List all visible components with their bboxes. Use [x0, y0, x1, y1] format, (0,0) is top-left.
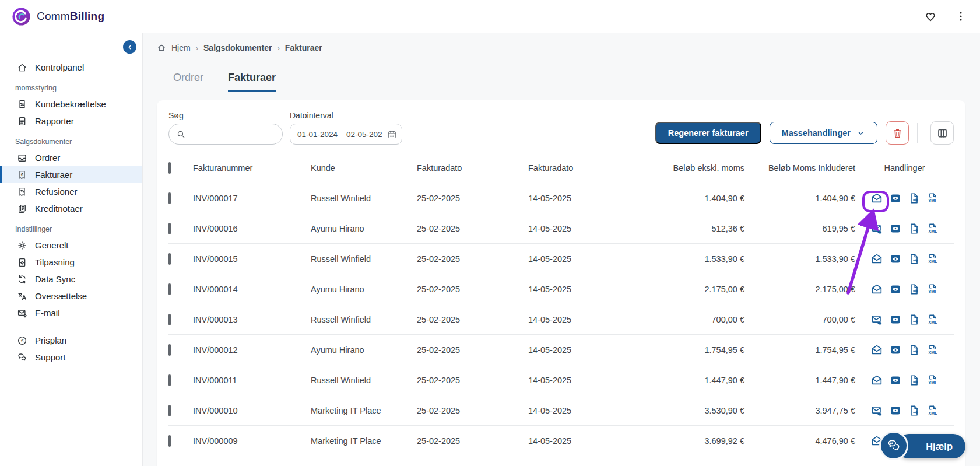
customer-name: Russell Winfield	[311, 254, 417, 264]
mail-open-icon[interactable]	[870, 192, 883, 205]
amount-excl-vat: 1.754,95 €	[636, 345, 744, 355]
heart-icon[interactable]	[924, 10, 937, 23]
sidebar-item-data-sync[interactable]: Data Sync	[0, 271, 142, 288]
customer-name: Marketing IT Place	[311, 406, 417, 415]
amount-incl-vat: 2.175,00 €	[744, 285, 855, 294]
sidebar-item-ordrer[interactable]: Ordrer	[0, 149, 142, 166]
mail-send-icon[interactable]	[870, 313, 883, 326]
download-xml-icon[interactable]: XML	[926, 344, 939, 356]
export-file-icon[interactable]	[908, 192, 921, 205]
select-all-checkbox[interactable]	[168, 162, 171, 174]
svg-text:XML: XML	[928, 198, 937, 203]
export-file-icon[interactable]	[908, 283, 921, 296]
tab-bar: Ordrer Fakturaer	[173, 72, 965, 92]
amount-excl-vat: 2.175,00 €	[636, 285, 744, 294]
sidebar-item-kontrolpanel[interactable]: Kontrolpanel	[0, 59, 142, 76]
sidebar-item-rapporter[interactable]: Rapporter	[0, 113, 142, 129]
download-xml-icon[interactable]: XML	[926, 222, 939, 235]
breadcrumb-home[interactable]: Hjem	[171, 43, 191, 52]
breadcrumb-separator: ›	[278, 44, 280, 52]
export-file-icon[interactable]	[908, 313, 921, 326]
row-checkbox[interactable]	[168, 253, 171, 265]
invoice-date-2: 14-05-2025	[528, 345, 636, 355]
invoice-date-1: 25-02-2025	[417, 224, 528, 233]
mail-open-icon[interactable]	[870, 374, 883, 387]
search-input[interactable]	[191, 130, 275, 139]
preview-icon[interactable]	[889, 283, 902, 296]
sidebar-item-tilpasning[interactable]: Tilpasning	[0, 254, 142, 271]
kebab-menu-icon[interactable]	[954, 10, 967, 23]
row-checkbox[interactable]	[168, 314, 171, 325]
gear-icon	[17, 240, 27, 251]
row-actions: XML	[855, 192, 954, 205]
sidebar-item-kreditnotaer[interactable]: Kreditnotaer	[0, 200, 142, 217]
sidebar-item-prisplan[interactable]: €Prisplan	[0, 332, 142, 349]
export-file-icon[interactable]	[908, 404, 921, 417]
sidebar-item-label: Oversættelse	[35, 291, 87, 301]
date-range-field: Datointerval 01-01-2024 – 02-05-202	[290, 111, 402, 145]
invoices-table: Fakturanummer Kunde Fakturadato Fakturad…	[168, 153, 954, 456]
row-checkbox[interactable]	[168, 405, 171, 416]
preview-icon[interactable]	[889, 404, 902, 417]
regenerate-invoices-button[interactable]: Regenerer fakturaer	[655, 122, 761, 144]
sidebar-item-overs-ttelse[interactable]: Oversættelse	[0, 288, 142, 304]
columns-icon	[936, 127, 949, 139]
mail-open-icon[interactable]	[870, 283, 883, 296]
preview-icon[interactable]	[889, 344, 902, 356]
row-checkbox[interactable]	[168, 192, 171, 204]
sidebar-item-support[interactable]: Support	[0, 349, 142, 366]
euro-circle-icon: €	[17, 335, 27, 346]
preview-icon[interactable]	[889, 253, 902, 265]
download-xml-icon[interactable]: XML	[926, 192, 939, 205]
sidebar-section-label-salgsdokumenter: Salgsdokumenter	[0, 129, 142, 149]
sidebar-item-refusioner[interactable]: Refusioner	[0, 183, 142, 200]
columns-button[interactable]	[930, 121, 954, 145]
export-file-icon[interactable]	[908, 253, 921, 265]
amount-incl-vat: 1.754,95 €	[744, 345, 855, 355]
svg-text:XML: XML	[928, 259, 937, 264]
sidebar-item-generelt[interactable]: Generelt	[0, 237, 142, 254]
invoice-date-1: 25-02-2025	[417, 406, 528, 415]
sidebar-item-fakturaer[interactable]: €Fakturaer	[0, 166, 142, 183]
breadcrumb-salgsdokumenter[interactable]: Salgsdokumenter	[203, 43, 272, 52]
download-xml-icon[interactable]: XML	[926, 283, 939, 296]
tab-fakturaer[interactable]: Fakturaer	[228, 72, 276, 92]
row-checkbox[interactable]	[168, 374, 171, 386]
download-xml-icon[interactable]: XML	[926, 253, 939, 265]
bulk-actions-button[interactable]: Massehandlinger	[770, 122, 877, 144]
download-xml-icon[interactable]: XML	[926, 374, 939, 387]
export-file-icon[interactable]	[908, 374, 921, 387]
invoice-number: INV/000014	[193, 285, 311, 294]
mail-send-icon[interactable]	[870, 222, 883, 235]
export-file-icon[interactable]	[908, 344, 921, 356]
table-row-inv-000009: INV/000009Marketing IT Place25-02-202514…	[168, 426, 954, 456]
col-beloeb-ekskl: Beløb ekskl. moms	[636, 163, 744, 173]
date-range-input[interactable]: 01-01-2024 – 02-05-202	[290, 124, 402, 145]
sidebar-item-e-mail[interactable]: E-mail	[0, 304, 142, 321]
download-xml-icon[interactable]: XML	[926, 313, 939, 326]
col-fakturanummer: Fakturanummer	[193, 163, 311, 173]
row-checkbox[interactable]	[168, 223, 171, 234]
customer-name: Russell Winfield	[311, 315, 417, 324]
sidebar-item-kundebekr-ftelse[interactable]: Kundebekræftelse	[0, 96, 142, 113]
sidebar-section-label-momsstyring: momsstyring	[0, 76, 142, 96]
sidebar-gap	[0, 321, 142, 332]
sidebar-collapse-button[interactable]	[123, 40, 136, 54]
delete-button[interactable]	[886, 121, 909, 145]
customer-name: Ayumu Hirano	[311, 285, 417, 294]
row-checkbox[interactable]	[168, 344, 171, 356]
mail-open-icon[interactable]	[870, 344, 883, 356]
mail-open-icon[interactable]	[870, 253, 883, 265]
preview-icon[interactable]	[889, 222, 902, 235]
breadcrumb-fakturaer[interactable]: Fakturaer	[285, 43, 322, 52]
preview-icon[interactable]	[889, 374, 902, 387]
tab-ordrer[interactable]: Ordrer	[173, 72, 203, 92]
row-checkbox[interactable]	[168, 283, 171, 295]
preview-icon[interactable]	[889, 313, 902, 326]
row-checkbox[interactable]	[168, 435, 171, 447]
mail-send-icon[interactable]	[870, 404, 883, 417]
help-button[interactable]: Hjælp	[897, 434, 965, 458]
export-file-icon[interactable]	[908, 222, 921, 235]
download-xml-icon[interactable]: XML	[926, 404, 939, 417]
preview-icon[interactable]	[889, 192, 902, 205]
